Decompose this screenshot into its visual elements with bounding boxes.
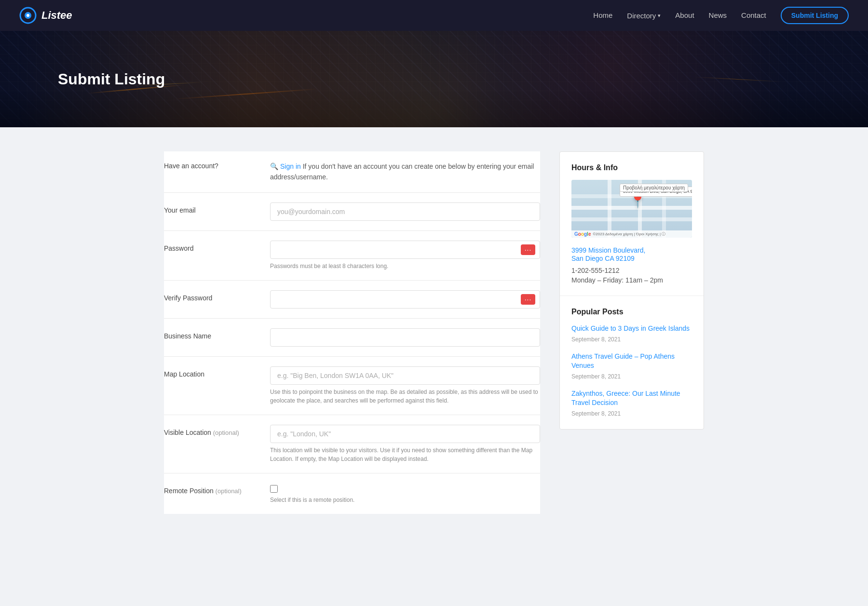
password-toggle-button[interactable]: ··· — [521, 244, 535, 255]
popular-posts-title: Popular Posts — [571, 308, 692, 316]
verify-password-input[interactable] — [270, 290, 540, 309]
site-logo[interactable]: Listee — [19, 7, 72, 24]
password-hint: Passwords must be at least 8 characters … — [270, 262, 540, 270]
business-hours: Monday – Friday: 11am – 2pm — [571, 276, 692, 284]
submit-form: Have an account? 🔍Sign in If you don't h… — [164, 151, 540, 514]
logo-text: Listee — [41, 9, 72, 22]
visible-location-hint: This location will be visible to your vi… — [270, 446, 540, 463]
map-footer: Google ©2023 Δεδομένα χάρτη | Όροι Χρήση… — [571, 230, 692, 238]
hero-section: Submit Listing — [0, 31, 868, 127]
map-background: 📍 3999 Mission Blvd, San Diego, CA 92109… — [571, 180, 692, 238]
map-container[interactable]: 📍 3999 Mission Blvd, San Diego, CA 92109… — [571, 180, 692, 238]
visible-location-input[interactable] — [270, 425, 540, 443]
password-row: Password ··· Passwords must be at least … — [164, 231, 540, 281]
email-input[interactable] — [270, 202, 540, 221]
have-account-label: Have an account? — [164, 161, 270, 170]
verify-password-wrapper: ··· — [270, 290, 540, 309]
post-item-2: Athens Travel Guide – Pop Athens Venues … — [571, 352, 692, 380]
sign-in-link[interactable]: Sign in — [280, 161, 301, 172]
email-row: Your email — [164, 193, 540, 231]
post-2-date: September 8, 2021 — [571, 373, 621, 380]
map-road — [608, 180, 611, 238]
nav-item-news[interactable]: News — [709, 11, 727, 20]
password-wrapper: ··· — [270, 241, 540, 259]
remote-checkbox-wrapper — [270, 485, 540, 493]
email-field — [270, 202, 540, 221]
post-3-date: September 8, 2021 — [571, 410, 621, 417]
post-3-link[interactable]: Zakynthos, Greece: Our Last Minute Trave… — [571, 389, 692, 408]
nav-item-about[interactable]: About — [675, 11, 694, 20]
google-logo: Google — [574, 231, 591, 237]
page-title: Submit Listing — [58, 70, 165, 88]
business-name-label: Business Name — [164, 328, 270, 340]
address-line2[interactable]: San Diego CA 92109 — [571, 254, 692, 264]
sidebar-card: Hours & Info 📍 — [559, 151, 704, 430]
visible-location-field: This location will be visible to your vi… — [270, 425, 540, 463]
nav-item-home[interactable]: Home — [593, 11, 612, 20]
map-location-hint: Use this to poinpoint the business on th… — [270, 388, 540, 405]
post-1-link[interactable]: Quick Guide to 3 Days in Greek Islands — [571, 324, 692, 334]
post-item-3: Zakynthos, Greece: Our Last Minute Trave… — [571, 389, 692, 417]
remote-position-row: Remote Position (optional) Select if thi… — [164, 473, 540, 514]
business-name-row: Business Name — [164, 319, 540, 357]
password-field: ··· Passwords must be at least 8 charact… — [270, 241, 540, 270]
map-location-label: Map Location — [164, 366, 270, 378]
verify-password-field: ··· — [270, 290, 540, 309]
phone-number: 1-202-555-1212 — [571, 267, 692, 274]
map-location-input[interactable] — [270, 366, 540, 385]
visible-location-row: Visible Location (optional) This locatio… — [164, 415, 540, 473]
nav-links: Home Directory ▾ About News Contact Subm… — [593, 7, 849, 24]
dots-icon-2: ··· — [525, 296, 532, 303]
hours-info-title: Hours & Info — [571, 163, 692, 172]
verify-password-row: Verify Password ··· — [164, 281, 540, 319]
business-name-field — [270, 328, 540, 347]
business-name-input[interactable] — [270, 328, 540, 347]
map-location-field: Use this to poinpoint the business on th… — [270, 366, 540, 405]
map-road — [571, 217, 692, 221]
map-location-row: Map Location Use this to poinpoint the b… — [164, 357, 540, 415]
sidebar: Hours & Info 📍 — [559, 151, 704, 430]
hero-content: Submit Listing — [0, 70, 223, 88]
popular-posts-section: Popular Posts Quick Guide to 3 Days in G… — [560, 296, 704, 429]
nav-item-directory[interactable]: Directory ▾ — [627, 12, 661, 20]
account-text: 🔍Sign in If you don't have an account yo… — [270, 161, 540, 183]
post-item-1: Quick Guide to 3 Days in Greek Islands S… — [571, 324, 692, 343]
post-1-date: September 8, 2021 — [571, 336, 621, 343]
logo-icon — [19, 7, 37, 24]
dots-icon: ··· — [525, 246, 532, 254]
navbar: Listee Home Directory ▾ About News Conta… — [0, 0, 868, 31]
page-content: Have an account? 🔍Sign in If you don't h… — [145, 127, 723, 538]
password-input[interactable] — [270, 241, 540, 259]
have-account-row: Have an account? 🔍Sign in If you don't h… — [164, 151, 540, 193]
post-2-link[interactable]: Athens Travel Guide – Pop Athens Venues — [571, 352, 692, 371]
chevron-down-icon: ▾ — [658, 13, 661, 19]
remote-position-label: Remote Position (optional) — [164, 483, 270, 495]
remote-position-checkbox[interactable] — [270, 485, 278, 493]
nav-item-contact[interactable]: Contact — [741, 11, 766, 20]
visible-location-label: Visible Location (optional) — [164, 425, 270, 436]
password-label: Password — [164, 241, 270, 252]
hours-info-section: Hours & Info 📍 — [560, 152, 704, 296]
map-view-larger[interactable]: Προβολή μεγαλύτερου χάρτη — [620, 184, 688, 192]
verify-password-label: Verify Password — [164, 290, 270, 302]
svg-point-2 — [27, 14, 29, 17]
remote-position-field: Select if this is a remote position. — [270, 483, 540, 504]
nav-submit-listing[interactable]: Submit Listing — [781, 7, 849, 24]
email-label: Your email — [164, 202, 270, 214]
remote-position-hint: Select if this is a remote position. — [270, 496, 540, 504]
verify-password-toggle-button[interactable]: ··· — [521, 294, 535, 305]
